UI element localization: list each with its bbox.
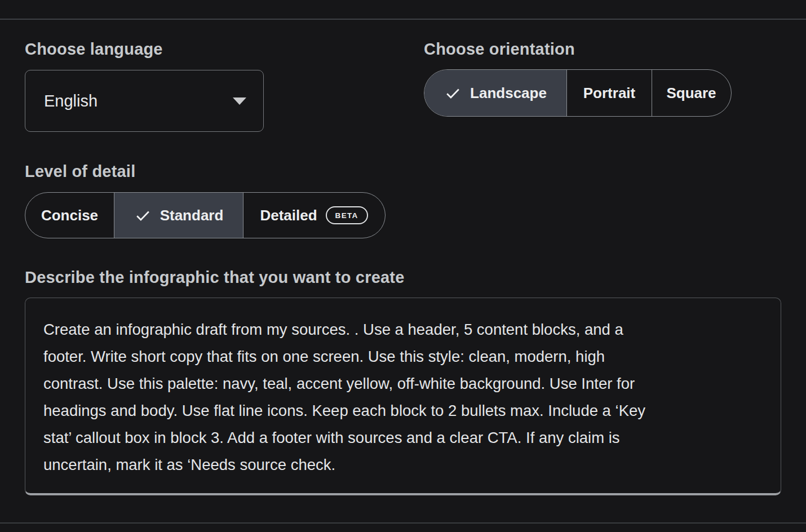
- check-icon: [444, 85, 462, 102]
- check-icon: [134, 207, 152, 224]
- orientation-segmented-control: Landscape Portrait Square: [424, 69, 732, 117]
- detail-option-label: Concise: [41, 207, 98, 224]
- detail-option-label: Detailed: [260, 207, 317, 224]
- beta-badge: BETA: [326, 206, 368, 225]
- bottom-divider: [0, 522, 806, 524]
- detail-option-label: Standard: [160, 207, 224, 224]
- detail-option-concise[interactable]: Concise: [25, 193, 114, 238]
- orientation-option-label: Portrait: [583, 85, 635, 102]
- language-selected-value: English: [44, 92, 98, 110]
- level-of-detail-label: Level of detail: [25, 162, 135, 181]
- detail-segmented-control: Concise Standard Detailed BETA: [25, 192, 386, 238]
- dropdown-arrow-icon: [233, 97, 246, 105]
- orientation-option-label: Landscape: [470, 85, 547, 102]
- detail-option-detailed[interactable]: Detailed BETA: [243, 193, 384, 238]
- language-select[interactable]: English: [25, 70, 264, 132]
- infographic-settings-panel: Choose language English Choose orientati…: [0, 0, 806, 532]
- choose-orientation-label: Choose orientation: [424, 40, 575, 59]
- top-divider: [0, 19, 806, 20]
- orientation-option-portrait[interactable]: Portrait: [566, 70, 652, 116]
- orientation-option-landscape[interactable]: Landscape: [424, 70, 566, 116]
- prompt-label: Describe the infographic that you want t…: [25, 268, 405, 287]
- detail-option-standard[interactable]: Standard: [114, 193, 243, 238]
- orientation-option-label: Square: [666, 85, 716, 102]
- infographic-description-input[interactable]: Create an infographic draft from my sour…: [25, 298, 781, 495]
- choose-language-label: Choose language: [25, 40, 163, 59]
- orientation-option-square[interactable]: Square: [652, 70, 730, 116]
